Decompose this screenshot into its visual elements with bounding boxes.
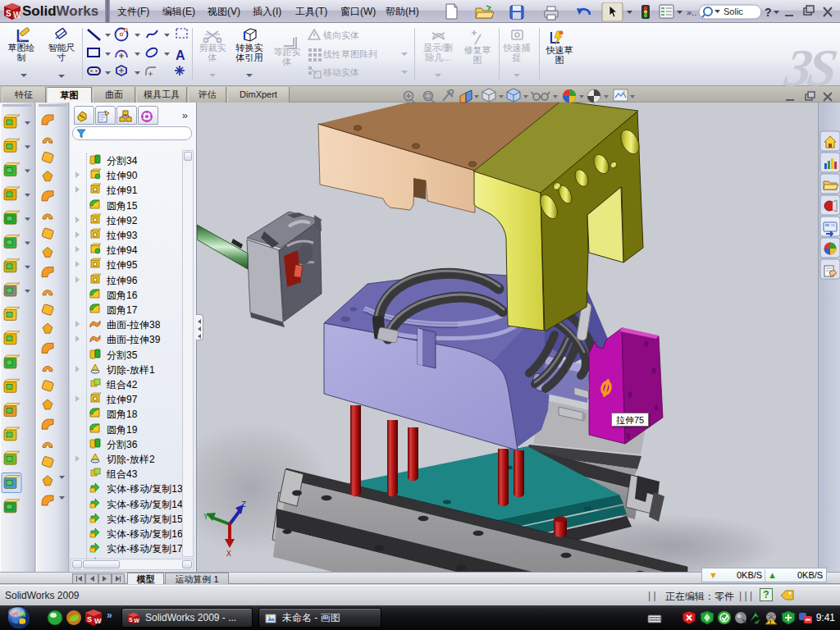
svg-text:W: W [94,617,102,625]
svg-text:»..: ».. [687,7,696,17]
svg-text:Solic: Solic [724,7,743,16]
svg-text:W: W [13,11,21,20]
svg-text:!: ! [769,619,771,625]
svg-text:S: S [129,617,133,623]
svg-text:»: » [107,609,112,621]
svg-text:Z: Z [241,500,246,509]
svg-text:S: S [87,615,92,623]
svg-text:W: W [134,618,139,623]
svg-text:?: ? [765,6,772,19]
svg-text:S: S [6,9,11,18]
svg-text:A: A [176,48,185,62]
svg-text:X: X [226,550,231,559]
svg-text:Y: Y [203,513,208,522]
